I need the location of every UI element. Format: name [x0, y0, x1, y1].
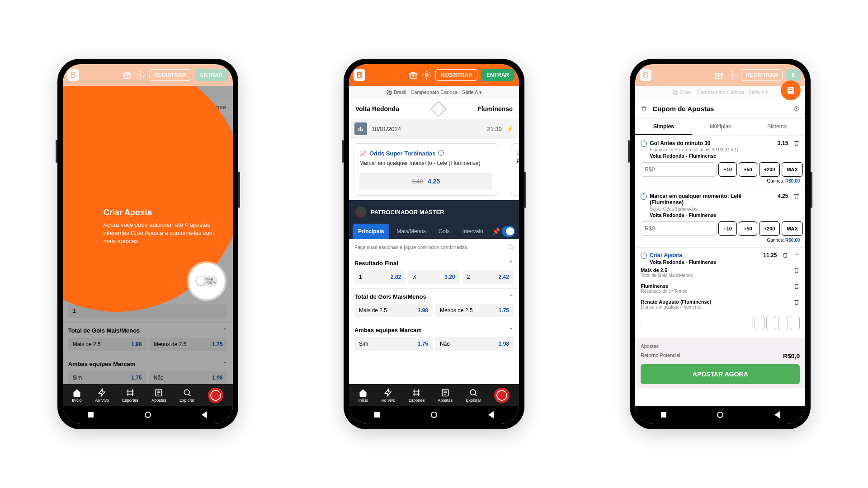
android-nav [635, 406, 805, 424]
gift-icon[interactable] [408, 70, 418, 80]
android-home-icon[interactable] [145, 412, 151, 418]
nav-explore[interactable]: Explorar [179, 388, 195, 403]
gift-icon[interactable] [122, 70, 132, 80]
android-back-icon[interactable] [488, 411, 494, 418]
tab-multiplas[interactable]: Múltiplas [692, 119, 749, 135]
android-back-icon[interactable] [774, 411, 780, 418]
bb-leg-1: Mais de 2.5Total de Gols Mais/Menos [641, 265, 800, 281]
register-button[interactable]: REGISTRAR [435, 69, 477, 81]
outcome-btts-yes[interactable]: Sim1.75 [354, 337, 433, 351]
phone-1: B REGISTRAR ENTRAR Criar Aposta Agora vo… [57, 59, 238, 429]
tab-simples[interactable]: Simples [635, 119, 692, 135]
criar-aposta-toggle[interactable]: CRIARAPOSTA [195, 276, 218, 286]
stake-plus10[interactable]: +10 [718, 162, 737, 177]
trash-icon[interactable] [793, 193, 800, 199]
nav-bets[interactable]: Apostas [151, 388, 166, 403]
place-bet-button[interactable]: APOSTAR AGORA [641, 364, 800, 384]
trash-icon[interactable] [793, 299, 800, 305]
casino-chip-icon[interactable] [208, 388, 223, 403]
stake-max[interactable]: MAX [782, 162, 802, 177]
boost-card-next[interactable]: 📈O Fl [511, 143, 519, 196]
app-header: B REGISTRAR ENTRAR [63, 64, 233, 86]
tab-principais[interactable]: Principais [353, 224, 389, 239]
nav-home[interactable]: Início [359, 388, 368, 403]
stake-plus50[interactable]: +50 [739, 221, 757, 236]
nav-bets[interactable]: Apostas [438, 388, 453, 403]
stake-plus50[interactable]: +50 [739, 162, 757, 177]
boost-new-odd: 4.25 [428, 178, 440, 185]
gear-icon[interactable] [136, 70, 146, 80]
market-tabs: Principais Mais/Menos Gols Intervalo 📌 [349, 224, 519, 239]
stake-plus200[interactable] [778, 316, 788, 330]
login-button[interactable]: ENTRAR [195, 69, 228, 81]
nav-home[interactable]: Início [72, 388, 82, 403]
register-button[interactable]: REGISTRAR [149, 69, 191, 81]
tab-maismenos[interactable]: Mais/Menos [391, 224, 431, 239]
register-button[interactable]: REGISTRAR [741, 69, 783, 81]
android-back-icon[interactable] [202, 411, 207, 418]
stake-input[interactable] [641, 221, 717, 236]
casino-chip-icon[interactable] [494, 388, 509, 403]
tab-intervalo[interactable]: Intervalo [457, 224, 489, 239]
outcome-under[interactable]: Menos de 2.51.75 [435, 304, 514, 317]
gear-icon[interactable] [727, 70, 737, 80]
outcome-draw[interactable]: X3.20 [408, 270, 459, 284]
stake-max[interactable] [790, 316, 800, 330]
nav-sports[interactable]: Esportes [122, 388, 138, 403]
outcome-btts-no[interactable]: Não1.98 [435, 337, 514, 351]
pin-icon[interactable]: 📌 [492, 228, 500, 235]
chevron-up-icon[interactable]: ⌃ [509, 293, 514, 300]
outcome-home[interactable]: 12.82 [354, 270, 406, 284]
android-nav [63, 406, 233, 424]
trash-icon[interactable] [793, 283, 800, 290]
stake-plus10[interactable]: +10 [718, 221, 737, 236]
criar-aposta-toggle[interactable] [502, 226, 515, 237]
outcome-away[interactable]: 22.42 [462, 270, 514, 284]
trash-all-icon[interactable] [641, 106, 647, 112]
boost-card[interactable]: 📈Odds Super Turbinadas ⓘ Marcar em qualq… [354, 143, 498, 196]
android-recents-icon[interactable] [661, 412, 666, 418]
login-button[interactable]: E [786, 69, 801, 81]
android-recents-icon[interactable] [374, 412, 380, 418]
info-icon[interactable]: ⓘ [438, 149, 444, 157]
info-icon[interactable]: ⓘ [509, 244, 514, 250]
chevron-up-icon[interactable]: ⌃ [509, 327, 514, 333]
android-home-icon[interactable] [431, 412, 437, 418]
stats-icon[interactable] [354, 122, 367, 135]
nav-live[interactable]: Ao Vivo [381, 388, 395, 403]
svg-point-18 [731, 74, 734, 76]
stake-input[interactable] [641, 162, 717, 177]
boost-old-odd: 3.40 [411, 178, 423, 185]
trash-icon[interactable] [782, 252, 788, 258]
chevron-up-icon[interactable]: ⌃ [509, 260, 514, 267]
stake-plus50[interactable] [766, 316, 776, 330]
login-button[interactable]: ENTRAR [481, 69, 514, 81]
settings-icon[interactable]: ⚙ [793, 104, 800, 113]
gift-icon[interactable] [714, 70, 724, 80]
svg-point-10 [426, 74, 429, 76]
stake-plus10[interactable] [755, 316, 764, 330]
market-result-title: Resultado Final [354, 260, 398, 267]
boost-desc: Marcar em qualquer momento - Lelê (Flumi… [359, 160, 492, 166]
soccer-icon [641, 141, 647, 147]
chevron-up-icon[interactable]: ⌃ [794, 252, 800, 261]
gear-icon[interactable] [422, 70, 432, 80]
breadcrumb[interactable]: ⚽ Brasil - Campeonato Carioca - Série A … [349, 86, 519, 99]
stake-plus200[interactable]: +200 [759, 162, 780, 177]
betslip-fab-icon[interactable] [781, 80, 801, 100]
tutorial-text: Criar Aposta Agora você pode adicionar a… [104, 208, 215, 246]
soccer-icon [641, 253, 647, 259]
nav-explore[interactable]: Explorar [466, 388, 481, 403]
stake-plus200[interactable]: +200 [759, 221, 780, 236]
stake-input[interactable] [641, 316, 753, 330]
trash-icon[interactable] [793, 140, 800, 146]
android-recents-icon[interactable] [88, 412, 94, 418]
android-home-icon[interactable] [717, 412, 723, 418]
tab-gols[interactable]: Gols [433, 224, 455, 239]
stake-max[interactable]: MAX [782, 221, 802, 236]
nav-sports[interactable]: Esportes [409, 388, 425, 403]
outcome-over[interactable]: Mais de 2.51.98 [354, 304, 433, 317]
trash-icon[interactable] [793, 267, 800, 274]
tab-sistema[interactable]: Sistema [749, 119, 805, 135]
nav-live[interactable]: Ao Vivo [95, 388, 109, 403]
